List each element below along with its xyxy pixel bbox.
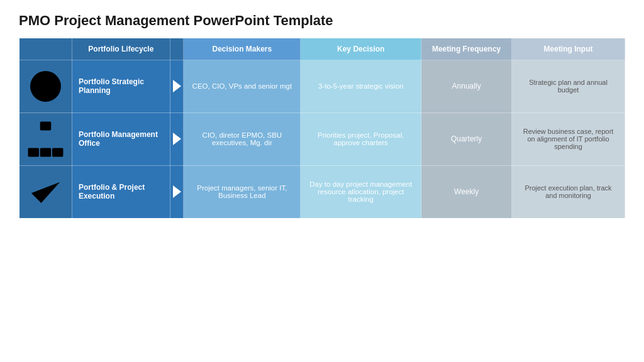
header-kd-cell: Key Decision <box>301 38 421 60</box>
table-row-management-office: Portfolio Management OfficeCIO, diretor … <box>19 112 625 165</box>
row-strategic-planning-arrow <box>170 60 184 113</box>
row-project-execution-icon <box>19 165 72 218</box>
row-management-office-meeting-input: Review business case, report on alignmen… <box>512 112 625 165</box>
svg-rect-10 <box>52 148 63 156</box>
header-dm-cell: Decision Makers <box>184 38 301 60</box>
arrow-icon <box>173 80 181 92</box>
row-strategic-planning-key-decision: 3-to-5-year strategic vision <box>301 60 421 113</box>
row-management-office-meeting-frequency: Quarterly <box>421 112 512 165</box>
header-title-cell: Portfolio Lifecycle <box>72 38 170 60</box>
arrow-icon <box>173 185 181 198</box>
table-row-strategic-planning: Portfolio Strategic PlanningCEO, CIO, VP… <box>19 60 625 113</box>
svg-rect-9 <box>40 148 51 156</box>
row-project-execution-arrow <box>170 165 184 218</box>
row-management-office-title: Portfolio Management Office <box>72 112 170 165</box>
row-strategic-planning-meeting-input: Strategic plan and annual budget <box>512 60 625 113</box>
header-icon-cell <box>19 38 72 60</box>
arrow-icon <box>173 133 181 145</box>
row-project-execution-meeting-frequency: Weekly <box>421 165 512 218</box>
row-project-execution-key-decision: Day to day project management resource a… <box>301 165 421 218</box>
svg-point-2 <box>41 82 50 90</box>
header-mi-cell: Meeting Input <box>512 38 625 60</box>
header-arrow-cell <box>170 38 184 60</box>
row-management-office-icon <box>19 112 72 165</box>
row-strategic-planning-icon <box>19 60 72 113</box>
row-management-office-decision-makers: CIO, diretor EPMO, SBU executives, Mg. d… <box>184 112 301 165</box>
row-project-execution-decision-makers: Project managers, senior IT, Business Le… <box>184 165 301 218</box>
row-management-office-key-decision: Priorities project, Proposal, approve ch… <box>301 112 421 165</box>
row-strategic-planning-meeting-frequency: Annually <box>421 60 512 113</box>
svg-rect-8 <box>28 148 38 156</box>
svg-rect-7 <box>40 121 51 130</box>
row-project-execution-meeting-input: Project execution plan, track and monito… <box>512 165 625 218</box>
header-mf-cell: Meeting Frequency <box>421 38 512 60</box>
pmo-table: Portfolio Lifecycle Decision Makers Key … <box>19 38 625 219</box>
row-strategic-planning-title: Portfolio Strategic Planning <box>72 60 170 113</box>
page-title: PMO Project Management PowerPoint Templa… <box>19 13 625 29</box>
table-header-row: Portfolio Lifecycle Decision Makers Key … <box>19 38 625 60</box>
row-strategic-planning-decision-makers: CEO, CIO, VPs and senior mgt <box>184 60 301 113</box>
table-row-project-execution: Portfolio & Project ExecutionProject man… <box>19 165 625 218</box>
row-management-office-arrow <box>170 112 184 165</box>
row-project-execution-title: Portfolio & Project Execution <box>72 165 170 218</box>
